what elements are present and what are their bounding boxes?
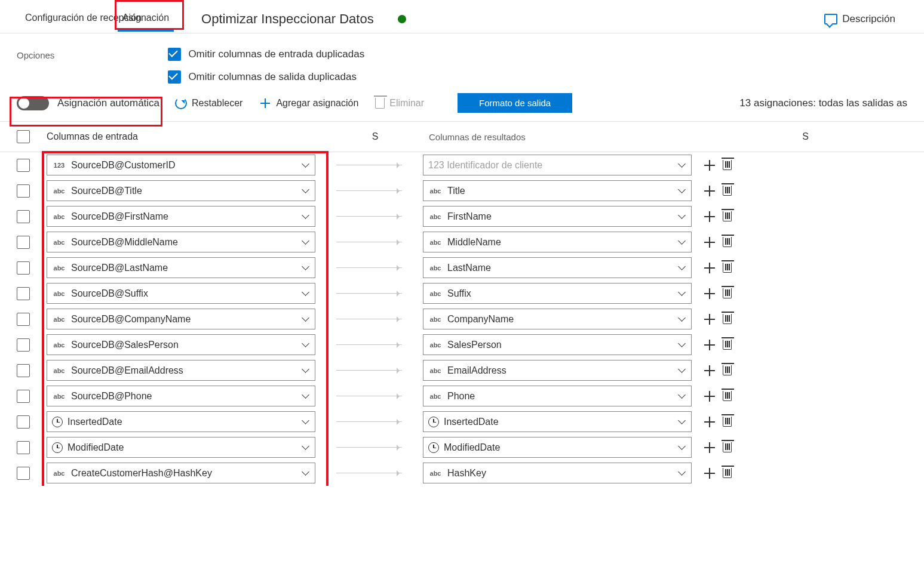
delete-row-button[interactable] [723,237,732,247]
add-mapping-button[interactable]: Agregar asignación [252,94,366,113]
row-checkbox[interactable] [17,441,30,454]
delete-row-button[interactable] [723,468,732,478]
row-checkbox[interactable] [17,364,30,377]
arrow-icon [336,473,402,474]
add-row-button[interactable] [704,185,716,197]
mapping-arrow [315,293,423,294]
add-row-button[interactable] [704,339,716,351]
delete-row-button[interactable] [723,186,732,196]
delete-row-button[interactable] [723,417,732,427]
output-column-select[interactable]: abcMiddleName [423,232,692,252]
header-output-columns[interactable]: Columnas de resultados [429,132,704,142]
check-skip-dup-input[interactable]: Omitir columnas de entrada duplicadas [168,48,364,61]
reset-button[interactable]: Restablecer [168,94,250,113]
type-badge: abc [52,316,66,323]
input-column-select[interactable]: ModifiedDate [47,437,315,458]
row-checkbox[interactable] [17,313,30,326]
type-badge: abc [52,367,66,374]
row-checkbox[interactable] [17,210,30,223]
tab-optimize[interactable]: Optimizar Inspeccionar Datos [195,8,380,30]
header-s1[interactable]: S [321,131,429,142]
output-column-select[interactable]: abcHashKey [423,463,692,483]
type-badge: abc [428,264,443,272]
output-column-select[interactable]: abcFirstName [423,206,692,227]
arrow-icon [336,421,402,423]
delete-row-button[interactable] [723,288,732,298]
input-column-select[interactable]: abcSourceDB@LastName [47,257,315,278]
input-column-select[interactable]: abcSourceDB@SalesPerson [47,334,315,355]
add-row-button[interactable] [704,159,716,171]
header-s2[interactable]: S [704,131,907,142]
add-row-button[interactable] [704,390,716,402]
row-checkbox[interactable] [17,236,30,249]
output-column-select[interactable]: abcPhone [423,386,692,406]
input-column-select[interactable]: abcSourceDB@Title [47,180,315,201]
mapping-status: 13 asignaciones: todas las salidas as [739,97,907,109]
output-column-select[interactable]: abcCompanyName [423,309,692,329]
output-column-select[interactable]: InsertedDate [423,411,692,432]
output-column-select[interactable]: abcLastName [423,257,692,278]
output-column-select[interactable]: 123 Identificador de cliente [423,155,692,175]
output-format-button[interactable]: Formato de salida [458,93,572,113]
description-link[interactable]: Descripción [824,13,907,25]
add-row-button[interactable] [704,288,716,300]
output-column-select[interactable]: abcEmailAddress [423,360,692,381]
tab-assignment[interactable]: Asignación [114,7,177,32]
mapping-arrow [315,370,423,371]
row-actions [704,159,732,171]
row-checkbox[interactable] [17,390,30,403]
row-actions [704,467,732,479]
select-all-checkbox[interactable] [17,130,30,143]
row-checkbox[interactable] [17,261,30,275]
chevron-down-icon [302,289,310,298]
type-badge: abc [52,341,66,349]
delete-row-button[interactable] [723,314,732,324]
add-row-button[interactable] [704,313,716,325]
input-column-select[interactable]: InsertedDate [47,411,315,432]
delete-row-button[interactable] [723,442,732,452]
mapping-row: abcSourceDB@PhoneabcPhone [0,383,924,409]
output-column-select[interactable]: abcTitle [423,180,692,201]
add-row-button[interactable] [704,211,716,223]
delete-row-button[interactable] [723,365,732,375]
input-column-select[interactable]: abcSourceDB@FirstName [47,206,315,227]
delete-label: Eliminar [389,98,424,109]
add-row-button[interactable] [704,236,716,248]
row-checkbox[interactable] [17,159,30,172]
type-badge: abc [428,213,443,220]
add-row-button[interactable] [704,442,716,454]
row-checkbox[interactable] [17,184,30,198]
check-skip-dup-output[interactable]: Omitir columnas de salida duplicadas [168,70,364,84]
add-row-button[interactable] [704,365,716,377]
delete-row-button[interactable] [723,263,732,273]
output-column-select[interactable]: abcSuffix [423,283,692,304]
input-column-select[interactable]: abcSourceDB@Suffix [47,283,315,304]
type-badge: abc [52,239,66,246]
row-checkbox[interactable] [17,287,30,300]
add-row-button[interactable] [704,467,716,479]
header-input-columns[interactable]: Columnas de entrada [47,131,321,142]
options-label: Opciones [17,48,54,60]
delete-row-button[interactable] [723,211,732,221]
input-column-select[interactable]: 123SourceDB@CustomerID [47,155,315,175]
output-column-select[interactable]: abcSalesPerson [423,334,692,355]
type-badge: 123 [52,162,66,169]
input-column-select[interactable]: abcSourceDB@MiddleName [47,232,315,252]
input-column-select[interactable]: abcSourceDB@CompanyName [47,309,315,329]
status-dot-icon [398,15,406,23]
add-row-button[interactable] [704,262,716,274]
input-column-select[interactable]: abcSourceDB@Phone [47,386,315,406]
auto-map-toggle[interactable]: Asignación automática [14,94,165,113]
row-checkbox[interactable] [17,467,30,480]
row-checkbox[interactable] [17,338,30,352]
add-row-button[interactable] [704,416,716,428]
input-column-select[interactable]: abcSourceDB@EmailAddress [47,360,315,381]
delete-row-button[interactable] [723,340,732,350]
output-column-value: 123 Identificador de cliente [428,160,673,171]
delete-row-button[interactable] [723,160,732,170]
input-column-select[interactable]: abcCreateCustomerHash@HashKey [47,463,315,483]
delete-row-button[interactable] [723,391,732,401]
output-column-select[interactable]: ModifiedDate [423,437,692,458]
row-checkbox[interactable] [17,415,30,429]
delete-button[interactable]: Eliminar [368,94,431,112]
